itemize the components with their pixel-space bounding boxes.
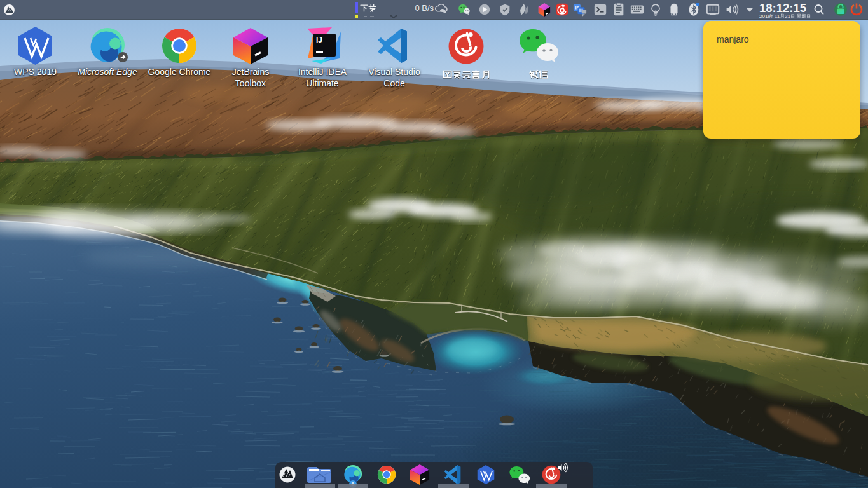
svg-text:2019: 2019 — [759, 13, 771, 19]
svg-text:0 B/s: 0 B/s — [415, 3, 434, 13]
svg-text:11: 11 — [775, 13, 780, 19]
svg-text:18:12:15: 18:12:15 — [759, 1, 806, 15]
svg-text:21: 21 — [785, 13, 790, 19]
